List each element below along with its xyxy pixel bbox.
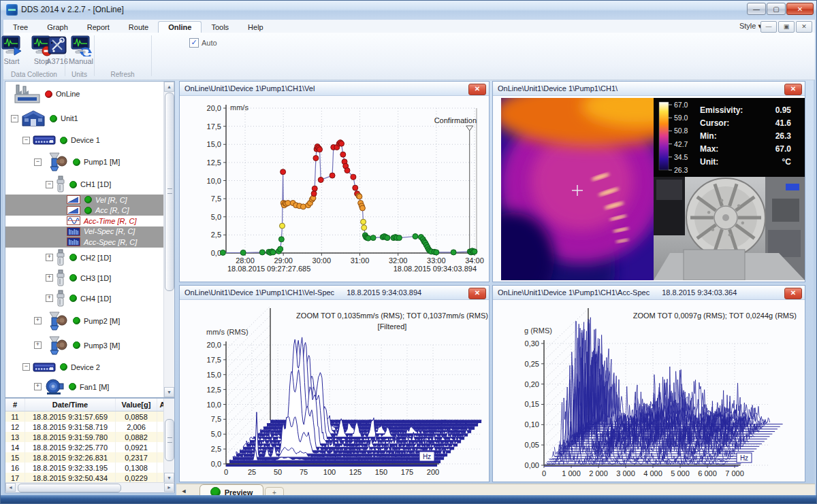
auto-checkbox[interactable]: ✓Auto <box>189 38 217 48</box>
thermal-close-icon[interactable]: ✕ <box>784 84 802 95</box>
scale-tick-label: 34.5 <box>674 153 688 161</box>
menu-tab-graph[interactable]: Graph <box>37 22 78 33</box>
svg-text:18.08.2015 09:34:03.894: 18.08.2015 09:34:03.894 <box>394 265 477 273</box>
window-border-right <box>814 20 816 495</box>
trend-panel-header[interactable]: OnLine\Unit1\Device 1\Pump1\CH1\Vel ✕ <box>180 82 489 96</box>
title-bar[interactable]: DDS 2014 v 2.2.7 - [OnLine] — ▢ ✕ <box>1 1 817 20</box>
tree-item-pump2-m[interactable]: +Pump2 [M] <box>5 309 174 333</box>
collapse-icon[interactable]: − <box>22 137 30 144</box>
status-dot-green <box>73 317 80 324</box>
expand-icon[interactable]: + <box>34 383 42 390</box>
building-icon <box>21 110 46 127</box>
table-row[interactable]: 1218.8.2015 9:31:58.7192,006 <box>5 422 175 432</box>
trend-close-icon[interactable]: ✕ <box>468 84 486 95</box>
vel-spectrum-close-icon[interactable]: ✕ <box>468 288 486 299</box>
tree-item-ch1-1d[interactable]: −CH1 [1D] <box>5 174 174 195</box>
tree-item-pump1-m[interactable]: −Pump1 [M] <box>5 150 174 174</box>
manual-button[interactable]: Manual <box>66 35 96 67</box>
tree-scrollbar[interactable]: ▲▼ <box>163 82 174 397</box>
thermal-panel-header[interactable]: OnLine\Unit1\Device 1\Pump1\CH1\ ✕ <box>493 82 805 96</box>
menu-tab-route[interactable]: Route <box>119 22 158 33</box>
row-datetime: 18.8.2015 9:31:59.780 <box>25 432 116 442</box>
row-num: 16 <box>5 463 25 473</box>
table-row[interactable]: 1518.8.2015 9:32:26.8310,2317 <box>5 452 175 463</box>
expand-icon[interactable]: + <box>34 317 42 324</box>
svg-text:33:00: 33:00 <box>427 256 446 265</box>
factory-icon <box>14 84 41 104</box>
tree-scrollbar-thumb[interactable] <box>165 93 174 291</box>
table-scrollbar-thumb[interactable] <box>165 419 174 461</box>
scroll-down-icon[interactable]: ▼ <box>164 387 174 397</box>
table-hscrollbar-thumb[interactable] <box>18 484 121 492</box>
mdi-close-button[interactable]: ✕ <box>796 21 812 33</box>
ribbon-group-label: Refresh <box>94 71 151 78</box>
table-row[interactable]: 1618.8.2015 9:32:33.1950,1308 <box>5 463 175 473</box>
tree-item-ch2-1d[interactable]: +CH2 [1D] <box>5 248 174 268</box>
mdi-restore-button[interactable]: ▣ <box>778 21 795 33</box>
chart-time-icon <box>67 216 80 225</box>
acc-spectrum-datetime: 18.8.2015 9:34:03.364 <box>662 288 737 297</box>
vel-spectrum-header[interactable]: OnLine\Unit1\Device 1\Pump1\CH1\Vel-Spec… <box>180 286 489 300</box>
svg-text:75: 75 <box>300 468 308 476</box>
collapse-icon[interactable]: − <box>46 181 53 188</box>
tree-item-unit1[interactable]: −Unit1 <box>5 106 174 131</box>
tree-item-device-1[interactable]: −Device 1 <box>5 131 174 150</box>
table-hscrollbar[interactable]: ◄► <box>5 482 174 492</box>
maximize-button[interactable]: ▢ <box>767 3 786 15</box>
tree-item-online[interactable]: OnLine <box>5 82 174 106</box>
menu-tab-tools[interactable]: Tools <box>202 22 238 33</box>
expand-icon[interactable]: + <box>46 295 53 302</box>
scroll-up-icon[interactable]: ▲ <box>164 82 174 92</box>
trend-panel-title: OnLine\Unit1\Device 1\Pump1\CH1\Vel <box>185 84 315 93</box>
svg-text:17,5: 17,5 <box>207 122 221 131</box>
collapse-icon[interactable]: − <box>22 363 30 371</box>
chart-trend-icon <box>67 195 80 204</box>
chart-trend-icon <box>67 206 80 215</box>
start-button[interactable]: Start <box>0 35 27 67</box>
column-header-datetime[interactable]: Date/Time <box>25 399 116 411</box>
svg-text:18.08.2015 09:27:27.685: 18.08.2015 09:27:27.685 <box>227 265 310 273</box>
acc-spectrum-header[interactable]: OnLine\Unit1\Device 1\Pump1\CH1\Acc-Spec… <box>493 286 805 300</box>
collapse-icon[interactable]: − <box>34 158 42 166</box>
menu-tab-report[interactable]: Report <box>78 22 119 33</box>
tree-item-vel-spec-r-c[interactable]: Vel-Spec [R, C] <box>5 226 174 237</box>
table-row[interactable]: 1418.8.2015 9:32:25.7700,0921 <box>5 442 175 452</box>
table-row[interactable]: 1318.8.2015 9:31:59.7800,0882 <box>5 432 175 442</box>
mdi-minimize-button[interactable]: — <box>760 21 777 33</box>
svg-text:mm/s (RMS): mm/s (RMS) <box>206 328 249 336</box>
expand-icon[interactable]: + <box>46 274 53 282</box>
alarm-table: #Date/TimeValue[g]Alarm1118.8.2015 9:31:… <box>5 399 175 493</box>
column-header-[interactable]: # <box>5 399 25 411</box>
tree-item-ch3-1d[interactable]: +CH3 [1D] <box>5 268 174 288</box>
svg-text:0,05: 0,05 <box>525 441 539 449</box>
column-header-valueg[interactable]: Value[g] <box>116 399 157 411</box>
tree-item-label: CH4 [1D] <box>80 295 111 303</box>
tree-item-acc-time-r-c[interactable]: Acc-Time [R, C] <box>5 216 174 226</box>
collapse-icon[interactable]: − <box>11 115 18 122</box>
device-icon <box>33 134 56 146</box>
scroll-right-icon[interactable]: ► <box>164 483 174 492</box>
status-dot-green <box>69 295 77 302</box>
unit-tools-icon <box>46 35 69 56</box>
tree-item-acc-spec-r-c[interactable]: Acc-Spec [R, C] <box>5 237 174 248</box>
menu-tab-help[interactable]: Help <box>238 22 273 33</box>
expand-icon[interactable]: + <box>34 341 42 349</box>
svg-text:0,0: 0,0 <box>211 460 221 468</box>
table-row[interactable]: 1118.8.2015 9:31:57.6590,0858 <box>5 411 175 422</box>
tree-item-fan1-m[interactable]: +Fan1 [M] <box>5 377 174 397</box>
acc-spectrum-close-icon[interactable]: ✕ <box>784 288 802 299</box>
tree-item-pump3-m[interactable]: +Pump3 [M] <box>5 333 174 358</box>
table-scrollbar[interactable]: ▼ <box>163 399 174 483</box>
row-datetime: 18.8.2015 9:32:33.195 <box>25 463 116 473</box>
close-button[interactable]: ✕ <box>786 3 814 15</box>
table-row[interactable]: 1718.8.2015 9:32:50.4340,0229 <box>5 473 175 483</box>
tree-item-ch4-1d[interactable]: +CH4 [1D] <box>5 288 174 309</box>
minimize-button[interactable]: — <box>747 3 766 15</box>
expand-icon[interactable]: + <box>46 254 53 261</box>
tree-item-acc-r-c[interactable]: Acc [R, C] <box>5 205 174 216</box>
tree-item-vel-r-c[interactable]: Vel [R, C] <box>5 195 174 205</box>
menu-tab-tree[interactable]: Tree <box>3 22 37 33</box>
tree-item-device-2[interactable]: −Device 2 <box>5 358 174 377</box>
scroll-down-icon[interactable]: ▼ <box>164 473 174 483</box>
scroll-left-icon[interactable]: ◄ <box>5 483 16 492</box>
